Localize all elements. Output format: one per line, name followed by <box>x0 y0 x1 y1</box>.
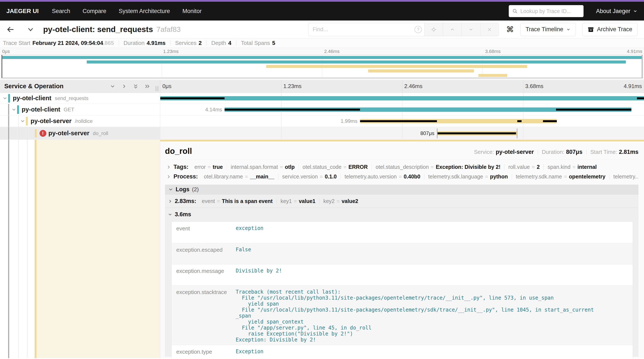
process-pill: telemetry.sdk.name=opentelemetry <box>512 174 610 180</box>
span-row[interactable]: py-otel-clientGET4.14ms <box>0 104 644 116</box>
logs-title: Logs <box>176 186 190 193</box>
find-prev-button[interactable] <box>443 23 462 36</box>
equals-sign: = <box>280 164 283 170</box>
span-row[interactable]: py-otel-server/rolldice1.99ms <box>0 116 644 127</box>
minimap-left-scrub-handle[interactable] <box>2 55 2 78</box>
log-field-row: eventexception <box>172 222 633 243</box>
child-time-segment <box>556 108 632 110</box>
span-bar-cell[interactable]: 807μs <box>160 127 644 140</box>
timeline-column-header: Service & Operation 0μs1.23ms2.46ms3.68m… <box>0 80 644 93</box>
nav-links: SearchCompareSystem ArchitectureMonitor <box>52 8 202 14</box>
span-tree-cell[interactable]: py-otel-clientGET <box>0 104 160 116</box>
log-field-row: exception.messageDivisible by 2! <box>172 264 633 285</box>
span-color-block <box>35 129 37 138</box>
trace-view-selector[interactable]: Trace Timeline <box>520 23 576 36</box>
collapse-trace-chevron-icon[interactable] <box>27 26 34 33</box>
span-color-guide-line <box>34 140 36 358</box>
timeline-tick-label: 4.91ms <box>624 83 642 90</box>
keyboard-shortcuts-icon[interactable]: ⌘ <box>506 25 514 34</box>
nav-item-compare[interactable]: Compare <box>83 8 106 14</box>
process-pill-key: telemetry.auto.version <box>345 174 397 180</box>
log-field-pill: key2=value2 <box>320 198 362 204</box>
tag-pill-value: 2 <box>537 164 540 170</box>
detail-meta-label: Start Time: <box>590 149 617 155</box>
process-pill-key: service.version <box>282 174 318 180</box>
chevron-down-icon[interactable] <box>20 119 25 124</box>
process-row[interactable]: Process: otel.library.name=__main__servi… <box>165 172 638 181</box>
detail-meta-label: Duration: <box>542 149 564 155</box>
find-input[interactable] <box>308 26 424 33</box>
nav-item-system-architecture[interactable]: System Architecture <box>119 8 170 14</box>
process-pill-key: telemetry.sdk.name <box>516 174 562 180</box>
trace-lookup-input[interactable] <box>520 8 580 14</box>
service-name: py-otel-client <box>13 95 51 102</box>
span-bar-cell[interactable] <box>160 93 644 104</box>
minimap-right-scrub-handle[interactable] <box>642 55 642 78</box>
chevron-down-icon[interactable] <box>2 96 7 101</box>
minimap-canvas[interactable] <box>1 55 643 78</box>
span-row[interactable]: !py-otel-serverdo_roll807μs <box>0 127 644 140</box>
archive-trace-button[interactable]: Archive Trace <box>582 23 638 36</box>
span-row[interactable]: py-otel-clientsend_requests <box>0 93 644 104</box>
equals-sign: = <box>399 174 402 180</box>
logs-section-header[interactable]: Logs (2) <box>165 185 638 194</box>
timeline-tick-label: 0μs <box>162 83 171 90</box>
meta-separator <box>170 40 170 46</box>
span-tree-cell[interactable]: py-otel-clientsend_requests <box>0 93 160 104</box>
find-box[interactable]: ? <box>308 23 424 36</box>
span-duration-bar[interactable] <box>160 96 644 100</box>
tags-row[interactable]: Tags: error=trueinternal.span.format=otl… <box>165 160 638 172</box>
timeline-minimap[interactable]: 0μs1.23ms2.46ms3.68ms4.91ms <box>0 48 644 80</box>
expand-all-icon[interactable] <box>144 83 150 89</box>
find-next-button[interactable] <box>462 23 480 36</box>
expand-one-level-icon[interactable] <box>121 83 127 89</box>
span-bar-cell[interactable]: 1.99ms <box>160 116 644 127</box>
process-pills: otel.library.name=__main__service.versio… <box>200 174 638 180</box>
process-pill-key: telemetry.sdk.language <box>428 174 483 180</box>
collapse-all-icon[interactable] <box>133 83 139 89</box>
about-jaeger-label: About Jaeger <box>596 8 630 14</box>
span-tree-cell[interactable]: py-otel-server/rolldice <box>0 116 160 127</box>
log-field-pill-value: value1 <box>299 198 316 204</box>
find-help-icon[interactable]: ? <box>414 26 422 33</box>
span-color-block <box>26 117 28 126</box>
process-pill-key: telemetry.... <box>613 174 638 180</box>
span-tree-cell[interactable]: !py-otel-serverdo_roll <box>0 127 160 140</box>
log-field-row: exception.escapedFalse <box>172 243 633 264</box>
service-name: py-otel-server <box>30 118 72 124</box>
log-entry-2-header[interactable]: 3.6ms <box>165 208 638 221</box>
log-field-pill-key: key1 <box>280 198 292 204</box>
process-pill-key: otel.library.name <box>204 174 243 180</box>
meta-label: Duration <box>124 40 144 46</box>
log-field-row: exception.stacktraceTraceback (most rece… <box>172 285 633 345</box>
back-arrow-icon[interactable] <box>6 26 14 34</box>
minimap-ticks: 0μs1.23ms2.46ms3.68ms4.91ms <box>0 48 644 54</box>
chevron-down-icon <box>168 187 173 192</box>
nav-item-monitor[interactable]: Monitor <box>182 8 202 14</box>
process-pill: otel.library.name=__main__ <box>200 174 278 180</box>
clear-find-button[interactable] <box>480 23 499 36</box>
app-logo[interactable]: JAEGER UI <box>6 8 39 14</box>
archive-icon <box>588 26 594 33</box>
chevron-down-icon[interactable] <box>12 107 16 112</box>
nav-item-search[interactable]: Search <box>52 8 70 14</box>
trace-page-header: py-otel-client: send_requests 7afaf83 ? … <box>0 20 644 38</box>
span-name-group: !py-otel-serverdo_roll <box>40 130 108 137</box>
timeline-gridline <box>281 116 282 127</box>
equals-sign: = <box>532 164 535 170</box>
detail-meta-label: Service: <box>474 149 494 155</box>
minimap-span-bar <box>2 56 642 59</box>
collapse-one-level-icon[interactable] <box>110 83 116 89</box>
service-name: py-otel-server <box>48 130 90 137</box>
span-bar-handle[interactable] <box>437 128 438 138</box>
focus-span-button[interactable] <box>424 23 443 36</box>
column-resize-handle[interactable] <box>156 86 158 91</box>
about-jaeger-menu[interactable]: About Jaeger <box>596 8 638 14</box>
log-field-value: False <box>236 246 255 262</box>
span-bar-cell[interactable]: 4.14ms <box>160 104 644 116</box>
span-bar-handle[interactable] <box>517 128 517 138</box>
log-field-key: exception.message <box>172 268 236 283</box>
timeline-gridline <box>523 80 523 92</box>
log-entry-1[interactable]: 2.83ms: event=This is a span eventkey1=v… <box>165 194 638 208</box>
trace-lookup-box[interactable] <box>509 5 584 17</box>
